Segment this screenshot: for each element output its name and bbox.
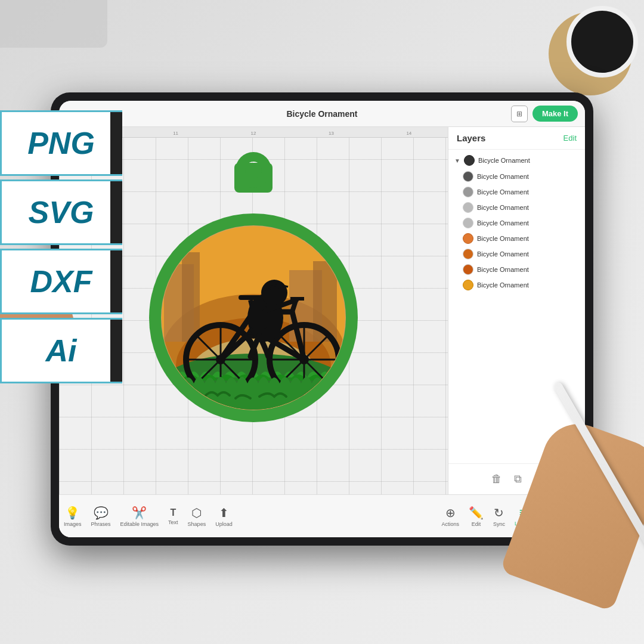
editable-images-icon: ✂️: [132, 506, 147, 520]
toolbar-shapes[interactable]: ⬡ Shapes: [188, 506, 206, 527]
layers-title: Layers: [457, 133, 485, 143]
format-badge-ai: Ai: [0, 318, 122, 383]
layer-item-icon-6: [463, 249, 473, 259]
text-label: Text: [168, 519, 178, 525]
toolbar-text[interactable]: T Text: [168, 507, 178, 525]
list-item[interactable]: Bicycle Ornament: [448, 215, 585, 231]
actions-label: Actions: [441, 521, 459, 527]
list-item[interactable]: Bicycle Ornament: [448, 169, 585, 184]
layer-item-label-7: Bicycle Ornament: [477, 266, 529, 273]
editable-images-label: Editable Images: [120, 521, 159, 527]
upload-icon: ⬆: [219, 506, 229, 520]
list-item[interactable]: Bicycle Ornament: [448, 184, 585, 200]
ruler-mark-11: 11: [137, 131, 214, 136]
format-label-dxf: DXF: [30, 264, 92, 299]
layer-group-icon: [464, 155, 475, 166]
toolbar-images[interactable]: 💡 Images: [64, 506, 82, 527]
upload-label: Upload: [215, 521, 233, 527]
shapes-label: Shapes: [188, 521, 206, 527]
images-icon: 💡: [65, 506, 80, 520]
delete-icon[interactable]: 🗑: [491, 473, 502, 485]
layer-item-icon-1: [463, 171, 473, 182]
list-item[interactable]: Bicycle Ornament: [448, 246, 585, 262]
svg-rect-10: [182, 252, 200, 342]
layer-item-icon-2: [463, 187, 473, 197]
format-badge-svg: SVG: [0, 179, 122, 245]
bottom-toolbar: 💡 Images 💬 Phrases ✂️ Editable Images T …: [59, 494, 585, 537]
text-icon: T: [170, 507, 176, 518]
make-it-button[interactable]: Make It: [532, 106, 578, 122]
format-badge-dxf: DXF: [0, 249, 122, 314]
coffee-cup: [566, 6, 638, 78]
shapes-icon: ⬡: [191, 506, 202, 520]
list-item[interactable]: Bicycle Ornament: [448, 277, 585, 293]
main-content: 10 11 12 13 14: [59, 127, 585, 494]
ruler-mark-12: 12: [215, 131, 292, 136]
sync-label: Sync: [493, 521, 505, 527]
layer-item-label-5: Bicycle Ornament: [477, 235, 529, 242]
actions-icon: ⊕: [445, 506, 456, 520]
layer-item-label-6: Bicycle Ornament: [477, 250, 529, 258]
toolbar-edit[interactable]: ✏️ Edit: [469, 506, 484, 527]
coffee-area: [525, 0, 644, 95]
layer-chevron-icon: ▼: [454, 157, 460, 164]
layer-item-label-8: Bicycle Ornament: [477, 281, 529, 289]
ornament-design[interactable]: [134, 145, 373, 443]
layer-group-label: Bicycle Ornament: [478, 157, 530, 164]
toolbar-phrases[interactable]: 💬 Phrases: [91, 506, 111, 527]
grid-view-button[interactable]: ⊞: [511, 106, 528, 122]
phrases-label: Phrases: [91, 521, 111, 527]
layer-item-label-1: Bicycle Ornament: [477, 173, 529, 180]
layer-item-icon-7: [463, 264, 473, 275]
duplicate-icon[interactable]: ⧉: [514, 473, 522, 485]
grid-icon: ⊞: [516, 110, 522, 118]
phrases-icon: 💬: [94, 506, 109, 520]
format-label-ai: Ai: [46, 333, 77, 369]
list-item[interactable]: Bicycle Ornament: [448, 200, 585, 215]
layer-item-label-2: Bicycle Ornament: [477, 188, 529, 196]
toolbar-actions[interactable]: ⊕ Actions: [441, 506, 459, 527]
document-title: Bicycle Ornament: [286, 109, 357, 119]
layer-item-label-3: Bicycle Ornament: [477, 204, 529, 211]
layer-item-icon-4: [463, 218, 473, 228]
layers-panel-header: Layers Edit: [448, 127, 585, 150]
format-badge-png: PNG: [0, 110, 122, 176]
list-item[interactable]: Bicycle Ornament: [448, 231, 585, 246]
sync-icon: ↻: [494, 506, 504, 520]
layer-item-label-4: Bicycle Ornament: [477, 219, 529, 227]
ruler-mark-13: 13: [292, 131, 370, 136]
top-right-controls: ⊞ Make It: [511, 106, 578, 122]
tablet: ‹ Bicycle Ornament ⊞ Make It 10 11 12 13: [51, 92, 593, 546]
layer-group-row[interactable]: ▼ Bicycle Ornament: [448, 152, 585, 169]
svg-point-33: [261, 280, 287, 306]
edit-icon: ✏️: [469, 506, 484, 520]
toolbar-upload[interactable]: ⬆ Upload: [215, 506, 233, 527]
layer-item-icon-3: [463, 202, 473, 213]
top-bar: ‹ Bicycle Ornament ⊞ Make It: [59, 101, 585, 127]
layers-edit-button[interactable]: Edit: [564, 134, 577, 143]
images-label: Images: [64, 521, 82, 527]
toolbar-editable-images[interactable]: ✂️ Editable Images: [120, 506, 159, 527]
layers-list: ▼ Bicycle Ornament Bicycle Ornament Bicy…: [448, 150, 585, 463]
toolbar-left-items: 💡 Images 💬 Phrases ✂️ Editable Images T …: [59, 506, 432, 527]
ruler-mark-14: 14: [370, 131, 448, 136]
format-label-svg: SVG: [29, 194, 94, 230]
keyboard-corner: [0, 0, 107, 48]
edit-label: Edit: [472, 521, 481, 527]
tablet-screen: ‹ Bicycle Ornament ⊞ Make It 10 11 12 13: [59, 101, 585, 537]
list-item[interactable]: Bicycle Ornament: [448, 262, 585, 277]
toolbar-sync[interactable]: ↻ Sync: [493, 506, 505, 527]
layer-item-icon-8: [463, 280, 473, 290]
format-label-png: PNG: [27, 125, 95, 161]
format-badges-container: PNG SVG DXF Ai: [0, 110, 122, 387]
layer-item-icon-5: [463, 233, 473, 244]
